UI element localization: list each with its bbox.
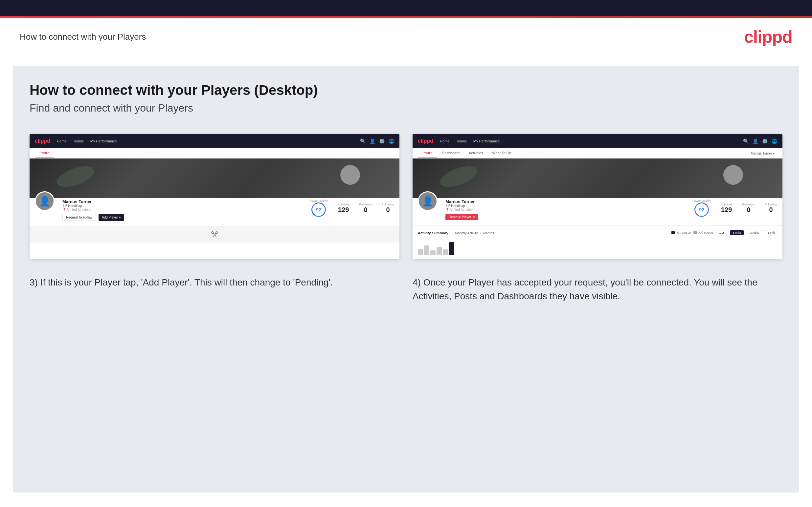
tab-profile-2[interactable]: Profile [418, 148, 437, 158]
mock-tabs-2: Profile Dashboard Activities What To On … [413, 148, 782, 159]
player-location-2: 📍 United Kingdom [445, 208, 684, 211]
activities-label-1: Activities [338, 203, 350, 206]
followers-value-1: 0 [359, 206, 372, 214]
followers-stat-1: Followers 0 [359, 203, 372, 214]
avatar-icon-2: 👤 [422, 196, 434, 207]
location-pin-2: 📍 [445, 208, 449, 211]
golf-ball-1 [340, 165, 360, 185]
activities-stat-1: Activities 129 [338, 203, 350, 214]
user-icon-1[interactable]: 👤 [369, 138, 375, 144]
logo: clippd [744, 27, 792, 47]
legend-oncourse [671, 231, 675, 234]
player-dropdown-label[interactable]: Marcus Turner ▾ [751, 148, 777, 158]
header-title: How to connect with your Players [20, 32, 146, 42]
following-value-2: 0 [765, 206, 777, 214]
settings-icon-1[interactable]: ⚙️ [379, 138, 385, 144]
activity-header: Activity Summary Monthly Activity · 6 Mo… [418, 230, 777, 236]
nav-teams-1[interactable]: Teams [73, 139, 84, 143]
quality-label-2: Player Quality [693, 199, 711, 203]
nav-myperformance-1[interactable]: My Performance [90, 139, 117, 143]
stats-row-1: Player Quality 92 Activities 129 Followe… [309, 191, 394, 217]
profile-buttons-2: Remove Player ✕ [445, 214, 684, 220]
tab-activities-2[interactable]: Activities [464, 148, 488, 158]
legend-offcourse [694, 231, 697, 234]
profile-buttons-1: Request to Follow Add Player + [62, 214, 302, 221]
globe-icon-2[interactable]: 🌐 [772, 138, 777, 144]
quality-item-1: Player Quality 92 [309, 199, 328, 217]
player-handicap-2: 1-5 Handicap [445, 204, 684, 208]
user-icon-2[interactable]: 👤 [753, 138, 758, 144]
mock-logo-2: clippd [418, 138, 433, 144]
screenshot-divider-1: ✂️ [30, 226, 399, 242]
activities-value-2: 129 [721, 206, 732, 214]
globe-icon-1[interactable]: 🌐 [389, 138, 394, 144]
mock-profile-1: 👤 Marcus Turner 1-5 Handicap 📍 United Ki… [30, 191, 399, 226]
followers-label-1: Followers [359, 203, 372, 206]
quality-item-2: Player Quality 92 [693, 199, 711, 217]
following-stat-1: Following 0 [382, 203, 394, 214]
filter-1yr[interactable]: 1 yr [717, 230, 726, 235]
tab-whattoworkon-2[interactable]: What To On [488, 148, 516, 158]
nav-home-1[interactable]: Home [57, 139, 66, 143]
golf-green-1 [54, 162, 97, 191]
chart-bar-1 [418, 249, 423, 255]
activity-controls: On course Off course 1 yr 6 mths 3 mths … [671, 230, 777, 235]
profile-row-1: 👤 Marcus Turner 1-5 Handicap 📍 United Ki… [35, 191, 394, 221]
footer: Copyright Clippd 2022 [0, 502, 812, 507]
mock-profile-2: 👤 Marcus Turner 1-5 Handicap 📍 United Ki… [413, 191, 782, 225]
activities-stat-2: Activities 129 [721, 203, 732, 214]
quality-circle-2: 92 [695, 203, 709, 217]
mock-logo-1: clippd [35, 138, 50, 144]
quality-label-1: Player Quality [309, 199, 328, 203]
screenshot-1: clippd Home Teams My Performance 🔍 👤 ⚙️ … [30, 134, 399, 259]
descriptions-row: 3) If this is your Player tap, 'Add Play… [30, 276, 782, 303]
profile-info-1: Marcus Turner 1-5 Handicap 📍 United King… [62, 191, 302, 221]
quality-circle-1: 92 [311, 203, 326, 217]
request-follow-button[interactable]: Request to Follow [62, 214, 96, 221]
nav-myperformance-2[interactable]: My Performance [473, 139, 500, 143]
activity-subtitle: Monthly Activity · 6 Months [455, 231, 494, 235]
profile-row-2: 👤 Marcus Turner 1-5 Handicap 📍 United Ki… [418, 191, 777, 220]
player-location-1: 📍 United Kingdom [62, 208, 302, 211]
search-icon-2[interactable]: 🔍 [743, 138, 749, 144]
golf-ball-2 [723, 165, 743, 185]
close-icon-remove: ✕ [472, 215, 475, 219]
chart-bar-6 [449, 242, 454, 255]
link-icon-1: ✂️ [211, 231, 218, 238]
top-bar [0, 0, 812, 16]
activity-title-group: Activity Summary Monthly Activity · 6 Mo… [418, 230, 494, 236]
golf-green-2 [437, 162, 480, 191]
nav-icons-2: 🔍 👤 ⚙️ 🌐 [743, 138, 777, 144]
remove-player-button[interactable]: Remove Player ✕ [445, 214, 478, 220]
player-name-1: Marcus Turner [62, 199, 302, 204]
page-subheading: Find and connect with your Players [30, 102, 782, 114]
description-3: 3) If this is your Player tap, 'Add Play… [30, 276, 399, 303]
chart-bar-5 [443, 249, 448, 255]
activity-summary: Activity Summary Monthly Activity · 6 Mo… [413, 225, 782, 259]
player-name-2: Marcus Turner [445, 199, 684, 204]
tab-dashboard-2[interactable]: Dashboard [437, 148, 464, 158]
avatar-icon-1: 👤 [39, 196, 51, 207]
following-stat-2: Following 0 [765, 203, 777, 214]
filter-legend: On course Off course [671, 231, 713, 234]
activities-value-1: 129 [338, 206, 350, 214]
nav-home-2[interactable]: Home [440, 139, 449, 143]
following-value-1: 0 [382, 206, 394, 214]
player-handicap-1: 1-5 Handicap [62, 204, 302, 208]
nav-teams-2[interactable]: Teams [456, 139, 466, 143]
description-4: 4) Once your Player has accepted your re… [413, 276, 782, 303]
settings-icon-2[interactable]: ⚙️ [762, 138, 768, 144]
filter-6mths[interactable]: 6 mths [730, 230, 744, 235]
activity-title: Activity Summary [418, 231, 448, 235]
page-heading: How to connect with your Players (Deskto… [30, 82, 782, 98]
add-player-button[interactable]: Add Player + [99, 214, 124, 221]
following-label-2: Following [765, 203, 777, 206]
search-icon-1[interactable]: 🔍 [360, 138, 366, 144]
tab-profile-1[interactable]: Profile [35, 148, 54, 158]
chart-bar-4 [437, 247, 442, 255]
following-label-1: Following [382, 203, 394, 206]
filter-1mth[interactable]: 1 mth [765, 230, 777, 235]
filter-3mths[interactable]: 3 mths [748, 230, 761, 235]
chart-bar-3 [430, 250, 436, 255]
followers-label-2: Followers [742, 203, 755, 206]
